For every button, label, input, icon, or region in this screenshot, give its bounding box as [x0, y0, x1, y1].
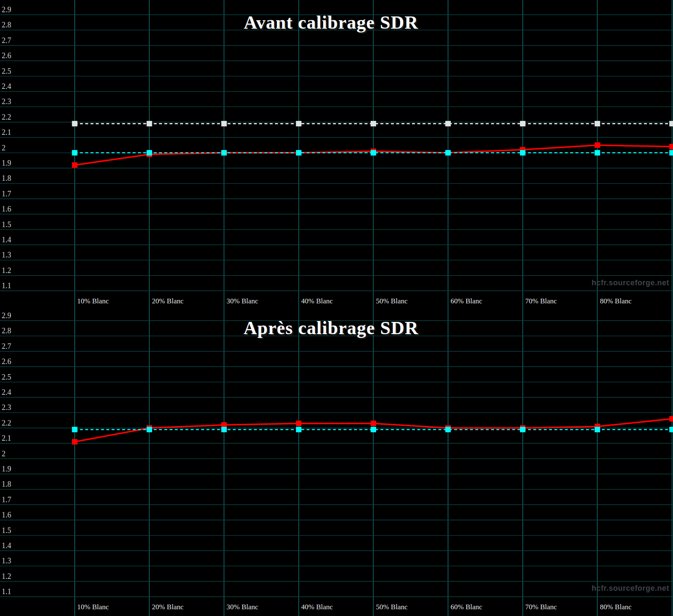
gamma-calibration-page: 2.92.82.72.62.52.42.32.22.121.91.81.71.6… [0, 0, 673, 616]
y-axis-tick-label: 2 [2, 144, 5, 152]
y-axis-tick-label: 2.1 [2, 434, 11, 442]
hcfr-watermark-top: hcfr.sourceforge.net [592, 279, 669, 287]
y-axis-tick-label: 1.1 [2, 281, 11, 290]
y-axis-tick-label: 1.9 [2, 159, 11, 167]
data-point-marker-gamma-moyen [595, 150, 600, 155]
data-point-marker-gamma-mesure [72, 439, 78, 445]
y-axis-tick-label: 2.7 [2, 342, 11, 351]
y-axis-tick-label: 2.4 [2, 82, 11, 91]
data-point-marker-gamma-reference [371, 121, 376, 126]
y-axis-tick-label: 2.7 [2, 36, 11, 45]
x-axis-tick-label: 70% Blanc [525, 297, 557, 305]
y-axis-tick-label: 2.4 [2, 388, 11, 396]
y-axis-tick-label: 1.8 [2, 480, 11, 488]
series-gamma-reference [72, 121, 673, 126]
data-point-marker-gamma-moyen [72, 150, 78, 155]
y-axis-tick-label: 1.5 [2, 526, 11, 535]
data-point-marker-gamma-reference [147, 121, 152, 126]
data-point-marker-gamma-moyen [72, 427, 78, 432]
data-point-marker-gamma-reference [445, 121, 451, 126]
data-point-marker-gamma-moyen [520, 150, 525, 155]
data-point-marker-gamma-mesure [669, 144, 673, 150]
data-point-marker-gamma-mesure [595, 142, 600, 148]
data-point-marker-gamma-moyen [147, 150, 152, 155]
y-axis-tick-label: 1.7 [2, 495, 11, 504]
x-axis-tick-label: 40% Blanc [301, 603, 333, 611]
x-axis-tick-label: 60% Blanc [451, 603, 483, 611]
y-axis-tick-label: 2.1 [2, 128, 11, 137]
x-axis-tick-label: 30% Blanc [226, 297, 258, 305]
chart-1-plot: 2.92.82.72.62.52.42.32.22.121.91.81.71.6… [0, 5, 673, 305]
x-axis-tick-label: 20% Blanc [152, 603, 184, 611]
data-point-marker-gamma-mesure [296, 420, 302, 426]
x-axis-tick-label: 80% Blanc [600, 603, 632, 611]
data-point-marker-gamma-moyen [445, 427, 451, 432]
hcfr-watermark-bottom: hcfr.sourceforge.net [592, 584, 669, 593]
y-axis-tick-label: 1.4 [2, 236, 11, 244]
data-point-marker-gamma-moyen [445, 150, 451, 155]
y-axis-tick-label: 1.5 [2, 220, 11, 229]
x-axis-tick-label: 70% Blanc [525, 603, 557, 611]
data-point-marker-gamma-moyen [371, 150, 376, 155]
data-point-marker-gamma-mesure [669, 416, 673, 421]
data-point-marker-gamma-reference [595, 121, 600, 126]
x-axis-tick-label: 10% Blanc [77, 603, 109, 611]
x-axis-tick-label: 20% Blanc [152, 297, 184, 305]
y-axis-tick-label: 2.2 [2, 419, 11, 427]
y-axis-tick-label: 1.6 [2, 205, 11, 213]
data-point-marker-gamma-reference [669, 121, 673, 126]
y-axis-tick-label: 2.6 [2, 357, 11, 366]
x-axis-tick-label: 40% Blanc [301, 297, 333, 305]
y-axis-tick-label: 2.3 [2, 97, 11, 106]
chart-2-plot: 2.92.82.72.62.52.42.32.22.121.91.81.71.6… [0, 311, 673, 611]
x-axis-tick-label: 50% Blanc [376, 297, 408, 305]
data-point-marker-gamma-mesure [72, 162, 78, 168]
y-axis-tick-label: 1.1 [2, 587, 11, 596]
y-axis-tick-label: 2 [2, 450, 5, 458]
y-axis-tick-label: 1.3 [2, 251, 11, 259]
y-axis-tick-label: 2.2 [2, 113, 11, 121]
x-axis-tick-label: 80% Blanc [600, 297, 632, 305]
gamma-chart-canvas: 2.92.82.72.62.52.42.32.22.121.91.81.71.6… [0, 0, 673, 616]
y-axis-tick-label: 1.2 [2, 266, 11, 275]
y-axis-tick-label: 2.5 [2, 67, 11, 75]
data-point-marker-gamma-moyen [221, 150, 227, 155]
data-point-marker-gamma-moyen [371, 427, 376, 432]
data-point-marker-gamma-reference [72, 121, 78, 126]
y-axis-tick-label: 1.4 [2, 541, 11, 550]
y-axis-tick-label: 2.3 [2, 403, 11, 412]
y-axis-tick-label: 2.6 [2, 51, 11, 60]
y-axis-tick-label: 1.7 [2, 190, 11, 198]
x-axis-tick-label: 60% Blanc [451, 297, 483, 305]
chart-title-apres-calibrage: Après calibrage SDR [0, 317, 662, 339]
x-axis-tick-label: 10% Blanc [77, 297, 109, 305]
x-axis-tick-label: 50% Blanc [376, 603, 408, 611]
data-point-marker-gamma-reference [520, 121, 525, 126]
data-point-marker-gamma-moyen [147, 427, 152, 432]
data-point-marker-gamma-moyen [296, 427, 302, 432]
y-axis-tick-label: 1.3 [2, 557, 11, 565]
data-point-marker-gamma-reference [296, 121, 302, 126]
y-axis-tick-label: 1.2 [2, 572, 11, 581]
data-point-marker-gamma-moyen [296, 150, 302, 155]
y-axis-tick-label: 2.5 [2, 373, 11, 381]
y-axis-tick-label: 1.8 [2, 174, 11, 182]
x-axis-tick-label: 30% Blanc [226, 603, 258, 611]
data-point-marker-gamma-moyen [221, 427, 227, 432]
y-axis-tick-label: 1.9 [2, 465, 11, 473]
data-point-marker-gamma-moyen [520, 427, 525, 432]
data-point-marker-gamma-mesure [371, 420, 376, 426]
data-point-marker-gamma-reference [221, 121, 227, 126]
y-axis-tick-label: 1.6 [2, 511, 11, 519]
chart-title-avant-calibrage: Avant calibrage SDR [0, 12, 662, 33]
data-point-marker-gamma-moyen [669, 150, 673, 155]
grid-vertical-lines [75, 0, 672, 616]
data-point-marker-gamma-moyen [669, 427, 673, 432]
data-point-marker-gamma-moyen [595, 427, 600, 432]
